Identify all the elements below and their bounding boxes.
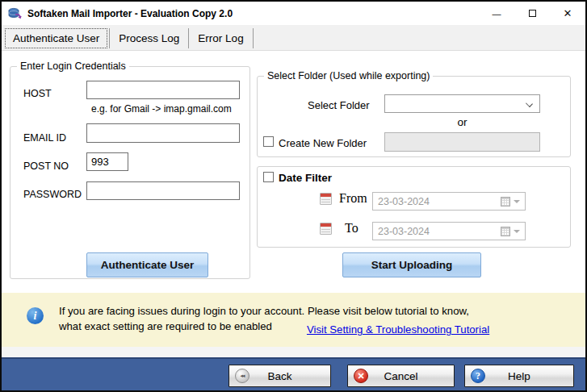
back-button-label: Back bbox=[267, 370, 291, 382]
app-logo-icon bbox=[8, 7, 22, 20]
date-to-value: 23-03-2024 bbox=[378, 226, 430, 237]
host-hint: e.g. for Gmail -> imap.gmail.com bbox=[91, 103, 232, 115]
title-bar: Softaken Mail Importer - Evaluation Copy… bbox=[2, 2, 585, 25]
footer-bar: ◂◂ Back ✕ Cancel ? Help bbox=[2, 357, 585, 390]
select-folder-label: Select Folder bbox=[308, 99, 370, 111]
or-text: or bbox=[384, 116, 540, 128]
select-folder-group: Select Folder (Used while exporting) Sel… bbox=[257, 76, 571, 157]
close-button[interactable]: ✕ bbox=[550, 2, 585, 25]
date-from-value: 23-03-2024 bbox=[378, 196, 430, 207]
footer-spacer bbox=[2, 347, 585, 357]
cancel-button[interactable]: ✕ Cancel bbox=[347, 365, 455, 387]
date-filter-checkbox[interactable] bbox=[263, 172, 274, 182]
create-new-folder-label: Create New Folder bbox=[279, 137, 367, 149]
select-folder-group-title: Select Folder (Used while exporting) bbox=[264, 70, 433, 81]
tab-separator bbox=[188, 28, 189, 48]
date-to-label: To bbox=[345, 221, 358, 236]
minimize-button[interactable]: — bbox=[479, 2, 514, 25]
date-filter-group: Date Filter From 23-03-2024 To 23-03-202… bbox=[257, 166, 571, 248]
datepicker-arrow-icon bbox=[514, 200, 520, 203]
email-label: EMAIL ID bbox=[23, 132, 66, 144]
create-new-folder-input[interactable] bbox=[384, 132, 540, 152]
window-controls: — ✕ bbox=[479, 2, 585, 25]
back-button[interactable]: ◂◂ Back bbox=[229, 365, 331, 387]
authenticate-user-button[interactable]: Authenticate User bbox=[86, 252, 208, 277]
calendar-icon bbox=[320, 223, 332, 235]
tab-separator bbox=[109, 28, 110, 48]
select-folder-dropdown[interactable] bbox=[384, 94, 540, 113]
tab-error-log[interactable]: Error Log bbox=[191, 28, 250, 48]
info-bar: i If you are facing issues during login … bbox=[2, 293, 585, 347]
info-line1: If you are facing issues during login to… bbox=[59, 303, 489, 319]
help-button[interactable]: ? Help bbox=[464, 365, 574, 387]
password-label: PASSWORD bbox=[23, 189, 82, 200]
password-input[interactable] bbox=[86, 181, 240, 200]
port-input[interactable] bbox=[86, 152, 128, 171]
app-window: Softaken Mail Importer - Evaluation Copy… bbox=[0, 0, 587, 392]
datepicker-grid-icon bbox=[501, 197, 510, 206]
date-from-label: From bbox=[339, 191, 367, 206]
info-message: If you are facing issues during login to… bbox=[59, 303, 489, 334]
help-icon: ? bbox=[471, 369, 485, 383]
login-credentials-group: Enter Login Credentials HOST e.g. for Gm… bbox=[10, 66, 250, 279]
tab-bar: Authenticate User Process Log Error Log bbox=[2, 25, 585, 51]
date-filter-label: Date Filter bbox=[279, 172, 332, 184]
email-input[interactable] bbox=[86, 123, 240, 143]
datepicker-grid-icon bbox=[501, 227, 510, 236]
tab-separator bbox=[253, 28, 254, 48]
port-label: POST NO bbox=[23, 161, 69, 172]
create-new-folder-checkbox[interactable] bbox=[263, 136, 274, 147]
tutorial-link[interactable]: Visit Setting & Troubleshooting Tutorial bbox=[307, 322, 489, 337]
cancel-button-label: Cancel bbox=[384, 370, 417, 382]
info-icon: i bbox=[27, 307, 44, 324]
help-button-label: Help bbox=[508, 370, 530, 382]
tab-authenticate-user[interactable]: Authenticate User bbox=[5, 28, 107, 48]
datepicker-arrow-icon bbox=[514, 230, 520, 233]
window-title: Softaken Mail Importer - Evaluation Copy… bbox=[27, 8, 233, 19]
date-to-picker[interactable]: 23-03-2024 bbox=[372, 222, 526, 240]
login-credentials-group-title: Enter Login Credentials bbox=[17, 60, 129, 72]
info-line2: what exact setting are required to be en… bbox=[59, 319, 272, 334]
tab-process-log[interactable]: Process Log bbox=[111, 28, 187, 48]
start-uploading-button[interactable]: Start Uploading bbox=[342, 252, 481, 277]
back-icon: ◂◂ bbox=[235, 369, 249, 383]
calendar-icon bbox=[320, 193, 332, 205]
cancel-icon: ✕ bbox=[354, 369, 368, 383]
date-from-picker[interactable]: 23-03-2024 bbox=[372, 192, 526, 211]
select-folder-value bbox=[385, 98, 389, 109]
maximize-icon bbox=[529, 10, 536, 17]
host-label: HOST bbox=[23, 88, 52, 99]
host-input[interactable] bbox=[86, 81, 240, 99]
maximize-button[interactable] bbox=[514, 2, 550, 25]
chevron-down-icon bbox=[526, 100, 533, 107]
